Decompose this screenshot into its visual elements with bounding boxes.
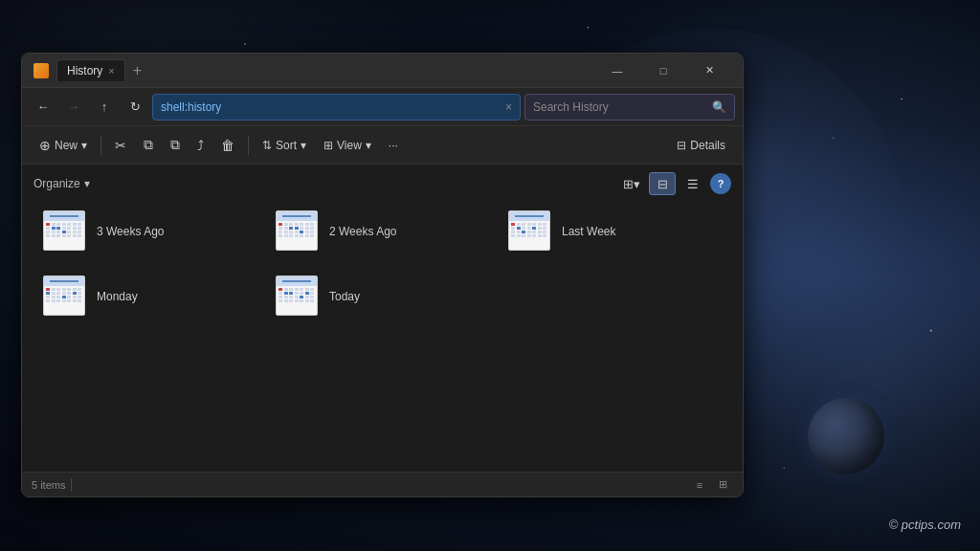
- maximize-button[interactable]: □: [641, 56, 685, 85]
- sort-button[interactable]: ⇅ Sort ▾: [255, 135, 314, 156]
- folder-item-last-week[interactable]: Last Week: [502, 207, 727, 256]
- more-button[interactable]: ···: [381, 135, 406, 156]
- folder-grid: 3 Weeks Ago 2 Weeks Ago: [33, 207, 731, 321]
- forward-button[interactable]: →: [60, 94, 87, 121]
- status-divider: [71, 478, 72, 492]
- sort-dropdown-icon: ▾: [301, 139, 306, 152]
- view-icon: ⊞: [323, 139, 333, 152]
- address-text: shell:history: [161, 100, 500, 114]
- view-dropdown-icon: ▾: [366, 139, 371, 152]
- folder-label-monday: Monday: [97, 290, 138, 303]
- new-icon: ⊕: [39, 138, 51, 153]
- view-button[interactable]: ⊞ View ▾: [316, 135, 379, 156]
- details-button[interactable]: ⊟ Details: [669, 135, 733, 156]
- folder-icon-last-week: [508, 210, 554, 253]
- copy-button[interactable]: ⧉: [136, 133, 161, 157]
- delete-button[interactable]: 🗑: [213, 134, 242, 157]
- sort-icon: ⇅: [262, 139, 272, 152]
- organize-button[interactable]: Organize ▾: [33, 177, 90, 190]
- tab-history[interactable]: History ×: [56, 59, 125, 81]
- folder-label-today: Today: [329, 290, 360, 303]
- folder-item-monday[interactable]: Monday: [37, 272, 262, 321]
- close-button[interactable]: ✕: [687, 56, 731, 85]
- organize-label: Organize: [33, 177, 80, 190]
- window-controls: — □ ✕: [595, 56, 731, 85]
- minimize-button[interactable]: —: [595, 56, 639, 85]
- folder-label-2-weeks-ago: 2 Weeks Ago: [329, 225, 397, 238]
- back-button[interactable]: ←: [30, 94, 56, 121]
- folder-item-3-weeks-ago[interactable]: 3 Weeks Ago: [37, 207, 262, 256]
- new-button[interactable]: ⊕ New ▾: [32, 134, 95, 157]
- status-bar: 5 items ≡ ⊞: [22, 472, 743, 496]
- sort-label: Sort: [276, 139, 297, 152]
- item-count: 5 items: [32, 479, 65, 491]
- folder-icon-2-weeks-ago: [276, 210, 322, 253]
- details-label: Details: [690, 139, 725, 152]
- navigation-bar: ← → ↑ ↻ shell:history × Search History 🔍: [22, 88, 743, 126]
- toolbar-separator-1: [100, 136, 101, 155]
- paste-button[interactable]: ⧉: [163, 133, 188, 157]
- large-icon-view-button[interactable]: ⊟: [649, 172, 676, 195]
- toggle-view-button[interactable]: ⊞▾: [618, 172, 645, 195]
- status-view-buttons: ≡ ⊞: [689, 475, 733, 495]
- tab-history-label: History: [67, 64, 102, 77]
- share-button[interactable]: ⤴: [189, 134, 212, 157]
- help-button[interactable]: ?: [710, 173, 731, 194]
- share-icon: ⤴: [197, 138, 204, 153]
- folder-item-2-weeks-ago[interactable]: 2 Weeks Ago: [270, 207, 495, 256]
- new-label: New: [55, 139, 78, 152]
- folder-icon-today: [276, 276, 322, 318]
- search-icon[interactable]: 🔍: [712, 100, 726, 114]
- folder-item-today[interactable]: Today: [270, 272, 495, 321]
- paste-icon: ⧉: [170, 137, 180, 153]
- list-view-button[interactable]: ☰: [679, 172, 706, 195]
- more-icon: ···: [389, 139, 398, 152]
- view-controls: ⊞▾ ⊟ ☰ ?: [618, 172, 731, 195]
- folder-icon-monday: [43, 276, 89, 318]
- address-clear-button[interactable]: ×: [505, 100, 512, 114]
- watermark: © pctips.com: [889, 518, 961, 532]
- search-box[interactable]: Search History 🔍: [524, 94, 735, 121]
- planet-decoration: [808, 398, 884, 474]
- folder-icon-3-weeks-ago: [43, 210, 89, 253]
- organize-bar: Organize ▾ ⊞▾ ⊟ ☰ ?: [33, 172, 731, 195]
- folder-label-3-weeks-ago: 3 Weeks Ago: [97, 225, 165, 238]
- toolbar: ⊕ New ▾ ✂ ⧉ ⧉ ⤴ 🗑 ⇅ Sort ▾ ⊞ View ▾: [22, 126, 743, 165]
- details-icon: ⊟: [677, 139, 686, 152]
- status-list-view[interactable]: ≡: [689, 475, 710, 495]
- status-detail-view[interactable]: ⊞: [712, 475, 733, 495]
- window-icon: [33, 63, 49, 78]
- up-button[interactable]: ↑: [91, 94, 118, 121]
- new-tab-button[interactable]: +: [127, 62, 147, 79]
- cut-button[interactable]: ✂: [107, 134, 134, 157]
- file-explorer-window: History × + — □ ✕ ← → ↑ ↻ shell:history …: [21, 53, 744, 497]
- address-bar[interactable]: shell:history ×: [152, 94, 521, 121]
- folder-label-last-week: Last Week: [562, 225, 615, 238]
- titlebar: History × + — □ ✕: [22, 54, 743, 88]
- content-area: Organize ▾ ⊞▾ ⊟ ☰ ?: [22, 165, 743, 472]
- organize-dropdown-icon: ▾: [84, 177, 90, 190]
- view-label: View: [337, 139, 362, 152]
- refresh-button[interactable]: ↻: [122, 94, 148, 121]
- delete-icon: 🗑: [221, 138, 234, 153]
- copy-icon: ⧉: [144, 137, 153, 153]
- toolbar-separator-2: [248, 136, 249, 155]
- cut-icon: ✂: [115, 138, 126, 153]
- tab-close-button[interactable]: ×: [108, 65, 114, 77]
- search-placeholder: Search History: [533, 100, 706, 114]
- tab-list: History × +: [56, 59, 147, 81]
- new-dropdown-icon: ▾: [81, 139, 87, 152]
